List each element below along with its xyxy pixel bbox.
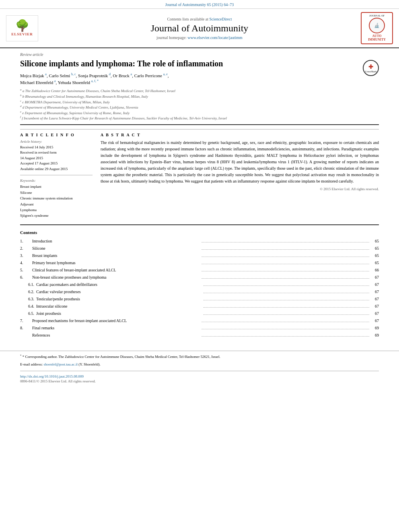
toc-page-8: 69 (371, 325, 379, 331)
corresponding-note: * * Corresponding author. The Zabludowic… (20, 353, 379, 360)
homepage-url[interactable]: www.elsevier.com/locate/jautimm (187, 35, 243, 40)
toc-page-3: 65 (371, 253, 379, 259)
affiliation-d: d d Department of Rheumatology, Universi… (20, 105, 379, 110)
toc-dots-6-1 (204, 286, 369, 286)
journal-title: Journal of Autoimmunity (151, 23, 249, 34)
toc-item-6-5: 6.5. Joint prosthesis 67 (20, 310, 379, 316)
affiliations: a a The Zabludowicz Center for Autoimmun… (20, 88, 379, 121)
section-divider (20, 124, 379, 125)
toc-item-6-1: 6.1. Cardiac pacemakers and defibrillato… (20, 281, 379, 288)
toc-item-7: 7. Proposed mechanisms for breast-implan… (20, 318, 379, 324)
copyright-line: © 2015 Elsevier Ltd. All rights reserved… (101, 187, 379, 191)
doi-link[interactable]: http://dx.doi.org/10.1016/j.jaut.2015.08… (20, 374, 84, 378)
toc-label-1: Introduction (32, 238, 200, 244)
toc-num-3: 3. (20, 253, 32, 259)
autoimmunity-badge: JOURNAL OF 🔬 AUTOIMMUNITY (361, 12, 393, 44)
keyword-1: Breast implant (20, 184, 93, 189)
info-abstract-section: A R T I C L E I N F O Article history: R… (20, 129, 379, 219)
toc-page-1: 65 (371, 238, 379, 244)
toc-label-6-2: Cardiac valvular prostheses (36, 289, 202, 295)
toc-page-6-2: 67 (371, 289, 379, 295)
affiliation-c: c c BIOMETRA Department, University of M… (20, 99, 379, 105)
elsevier-tree-icon: 🌳 (15, 20, 29, 31)
toc-item-6-3: 6.3. Testicular/penile prosthesis 67 (20, 296, 379, 302)
autoimmunity-logo-container: JOURNAL OF 🔬 AUTOIMMUNITY (359, 12, 395, 44)
toc-num-6: 6. (20, 274, 32, 280)
toc-item-6-2: 6.2. Cardiac valvular prostheses 67 (20, 289, 379, 295)
article-title: Silicone implants and lymphoma: The role… (20, 58, 379, 69)
toc-page-refs: 69 (371, 332, 379, 338)
keyword-5: Lymphoma (20, 207, 93, 213)
contents-section: Contents 1. Introduction 65 2. Silicone … (0, 227, 399, 343)
article-body: Review article ✚ CrossMark Silicone impl… (0, 48, 399, 223)
journal-top-bar: Journal of Autoimmunity 65 (2015) 64–73 (0, 0, 399, 9)
accepted-date: Accepted 17 August 2015 (20, 161, 93, 166)
toc-page-5: 66 (371, 267, 379, 273)
toc-page-6-5: 67 (371, 310, 379, 316)
toc-num-6-1: 6.1. (20, 281, 36, 288)
badge-title: JOURNAL OF (369, 14, 385, 17)
toc-num-6-5: 6.5. (20, 310, 36, 316)
keyword-6: Sjögren's syndrome (20, 213, 93, 218)
toc-page-6-1: 67 (371, 281, 379, 288)
science-direct-link[interactable]: ScienceDirect (209, 17, 232, 21)
abstract-text: The risk of hematological malignancies i… (101, 140, 379, 185)
issn-line: 0896-8411/© 2015 Elsevier Ltd. All right… (20, 379, 379, 383)
toc-label-refs: References (32, 332, 200, 338)
toc-page-7: 67 (371, 318, 379, 324)
toc-dots-2 (202, 249, 369, 250)
toc-item-8: 8. Final remarks 69 (20, 325, 379, 331)
received-date: Received 14 July 2015 (20, 145, 93, 150)
toc-page-6: 67 (371, 274, 379, 280)
toc-item-refs: References 69 (20, 332, 379, 338)
toc-label-4: Primary breast lymphomas (32, 260, 200, 266)
toc-item-2: 2. Silicone 65 (20, 245, 379, 251)
toc-num-6-2: 6.2. (20, 289, 36, 295)
contents-title: Contents (20, 230, 379, 235)
keyword-2: Silicone (20, 190, 93, 195)
email-note: E-mail address: shoenfel@post.tau.ac.il … (20, 362, 379, 368)
affiliation-f: f f Incumbent of the Laura Schwarz-Kipp … (20, 115, 379, 121)
toc-num-4: 4. (20, 260, 32, 266)
toc-dots-5 (202, 271, 369, 271)
science-direct-info: Contents lists available at ScienceDirec… (167, 17, 232, 21)
affiliation-e: e e Department of Rheumatology, Sapienza… (20, 110, 379, 116)
toc-num-6-3: 6.3. (20, 296, 36, 302)
revised-label: Received in revised form (20, 150, 93, 156)
history-label: Article history: (20, 140, 93, 144)
article-page: Journal of Autoimmunity 65 (2015) 64–73 … (0, 0, 399, 532)
toc-dots-3 (202, 257, 369, 257)
toc-item-1: 1. Introduction 65 (20, 238, 379, 244)
affiliation-b: b b Rheumatology and Clinical Immunology… (20, 94, 379, 99)
toc-label-3: Breast implants (32, 253, 200, 259)
article-type-label: Review article (20, 52, 379, 57)
toc-page-6-3: 67 (371, 296, 379, 302)
toc-label-6-1: Cardiac pacemakers and defibrillators (36, 281, 202, 288)
authors-line: Mojca Bizjak a, Carlo Selmi b, c, Sonja … (20, 72, 379, 86)
crossmark-badge: ✚ CrossMark (363, 60, 379, 76)
abstract-section: A B S T R A C T The risk of hematologica… (101, 133, 379, 219)
crossmark-label: CrossMark (365, 70, 376, 73)
journal-header-center: Contents lists available at ScienceDirec… (44, 12, 355, 44)
toc-dots-6-4 (204, 307, 369, 308)
keywords-label: Keywords: (20, 179, 93, 183)
toc-item-4: 4. Primary breast lymphomas 65 (20, 260, 379, 266)
crossmark-icon: ✚ CrossMark (363, 60, 379, 76)
online-date: Available online 29 August 2015 (20, 166, 93, 172)
toc-page-6-4: 67 (371, 303, 379, 309)
toc-item-3: 3. Breast implants 65 (20, 253, 379, 259)
toc-num-6-4: 6.4. (20, 303, 36, 309)
article-footer: * * Corresponding author. The Zabludowic… (0, 351, 399, 387)
toc-item-6-4: 6.4. Intraocular silicone 67 (20, 303, 379, 309)
toc-dots-7 (202, 322, 369, 322)
toc-num-8: 8. (20, 325, 32, 331)
toc-num-7: 7. (20, 318, 32, 324)
toc-dots-1 (202, 242, 369, 242)
abstract-title: A B S T R A C T (101, 133, 379, 137)
author-email-link[interactable]: shoenfel@post.tau.ac.il (43, 362, 78, 366)
journal-header: 🌳 ELSEVIER Contents lists available at S… (0, 9, 399, 48)
toc-label-2: Silicone (32, 245, 200, 251)
toc-item-6: 6. Non-breast silicone prostheses and ly… (20, 274, 379, 280)
elsevier-brand-text: ELSEVIER (11, 32, 33, 36)
toc-page-2: 65 (371, 245, 379, 251)
